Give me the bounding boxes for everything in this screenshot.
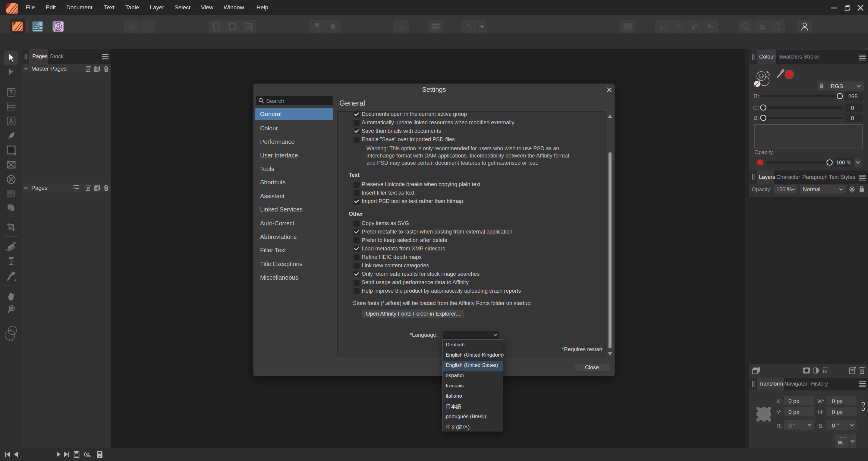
svg-text:fx: fx — [823, 369, 827, 374]
